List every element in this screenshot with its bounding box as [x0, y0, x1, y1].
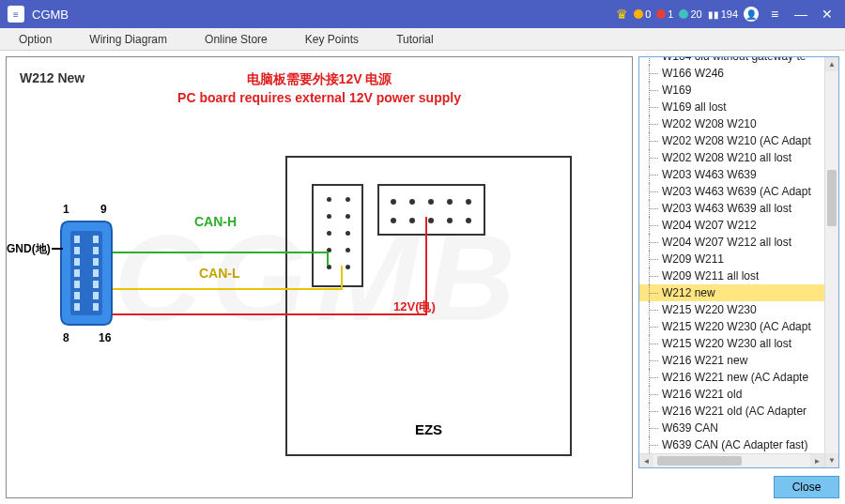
tree-item[interactable]: W215 W220 W230 (AC Adapt: [639, 318, 824, 335]
svg-rect-12: [93, 292, 99, 299]
svg-rect-9: [74, 281, 80, 288]
model-tree: W164 old without gateway teW166 W246W169…: [638, 56, 839, 468]
tree-item[interactable]: W212 new: [639, 284, 824, 301]
horizontal-scrollbar[interactable]: ◄ ►: [639, 453, 824, 467]
tree-item[interactable]: W166 W246: [639, 65, 824, 82]
tree-item[interactable]: W639 CAN (AC Adapter fast): [639, 436, 824, 453]
tree-item[interactable]: W169: [639, 82, 824, 99]
tree-item[interactable]: W216 W221 new: [639, 352, 824, 369]
stat-teal: 20: [679, 8, 701, 20]
menu-key-points[interactable]: Key Points: [305, 33, 359, 46]
svg-rect-4: [93, 247, 99, 254]
menu-icon[interactable]: ≡: [764, 4, 785, 24]
tree-item[interactable]: W639 CAN: [639, 420, 824, 436]
wire-canh: [113, 252, 329, 253]
menu-online-store[interactable]: Online Store: [205, 33, 268, 46]
user-icon[interactable]: 👤: [744, 7, 759, 22]
tree-item[interactable]: W209 W211: [639, 251, 824, 267]
connector-big: [377, 184, 485, 236]
svg-rect-10: [93, 281, 99, 288]
menu-option[interactable]: Option: [19, 33, 52, 46]
app-title: CGMB: [32, 8, 69, 22]
canh-label: CAN-H: [194, 214, 237, 229]
scroll-right-button[interactable]: ►: [810, 454, 824, 467]
svg-rect-5: [74, 258, 80, 266]
tree-item[interactable]: W203 W463 W639 all lost: [639, 200, 824, 217]
canl-label: CAN-L: [199, 266, 240, 281]
tree-item[interactable]: W216 W221 new (AC Adapte: [639, 369, 824, 386]
crown-icon[interactable]: ♛: [616, 7, 628, 22]
tree-item[interactable]: W202 W208 W210 (AC Adapt: [639, 132, 824, 149]
tree-item[interactable]: W202 W208 W210: [639, 115, 824, 132]
diagram-header: 电脑板需要外接12V 电源 PC board requires external…: [7, 70, 632, 107]
pin-9-label: 9: [100, 203, 107, 216]
tree-item[interactable]: W202 W208 W210 all lost: [639, 149, 824, 166]
tree-item[interactable]: W215 W220 W230: [639, 301, 824, 318]
tree-item[interactable]: W169 all lost: [639, 99, 824, 115]
tree-item[interactable]: W164 old without gateway te: [639, 56, 824, 65]
wire-12v: [113, 313, 427, 315]
v12-label: 12V(电): [393, 298, 436, 315]
svg-rect-1: [74, 236, 80, 243]
gnd-label: GND(地): [7, 241, 51, 257]
hscroll-thumb[interactable]: [657, 456, 742, 466]
minimize-button[interactable]: —: [791, 4, 811, 24]
vertical-scrollbar[interactable]: ▲ ▼: [824, 57, 838, 467]
connector-small: [312, 184, 363, 287]
close-button[interactable]: Close: [774, 476, 839, 498]
stat-red: 1: [656, 8, 673, 20]
svg-rect-2: [93, 236, 99, 243]
tree-item[interactable]: W203 W463 W639: [639, 166, 824, 183]
menu-bar: Option Wiring Diagram Online Store Key P…: [0, 28, 845, 51]
scroll-left-button[interactable]: ◄: [639, 454, 653, 467]
svg-rect-13: [74, 303, 80, 311]
svg-rect-8: [93, 269, 99, 277]
svg-rect-3: [74, 247, 80, 254]
title-bar: ≡ CGMB ♛ 0 1 20 ▮▮194 👤 ≡ — ✕: [0, 0, 845, 28]
pin-16-label: 16: [99, 331, 111, 344]
close-window-button[interactable]: ✕: [817, 4, 837, 24]
svg-rect-6: [93, 258, 99, 266]
tree-item[interactable]: W204 W207 W212 all lost: [639, 234, 824, 251]
tree-item[interactable]: W204 W207 W212: [639, 217, 824, 234]
svg-rect-7: [74, 269, 80, 277]
svg-rect-11: [74, 292, 80, 299]
app-icon: ≡: [8, 6, 24, 23]
scroll-up-button[interactable]: ▲: [825, 57, 838, 71]
stat-gray: ▮▮194: [708, 8, 738, 20]
menu-wiring-diagram[interactable]: Wiring Diagram: [89, 33, 167, 46]
wiring-diagram-canvas: CGMB W212 New 电脑板需要外接12V 电源 PC board req…: [6, 56, 633, 498]
tree-item[interactable]: W215 W220 W230 all lost: [639, 335, 824, 352]
gnd-wire-stub: [52, 248, 63, 250]
menu-tutorial[interactable]: Tutorial: [396, 33, 434, 46]
pin-8-label: 8: [63, 331, 69, 344]
scroll-thumb[interactable]: [827, 170, 837, 226]
tree-item[interactable]: W209 W211 all lost: [639, 267, 824, 284]
tree-item[interactable]: W216 W221 old (AC Adapter: [639, 403, 824, 420]
scroll-down-button[interactable]: ▼: [825, 453, 838, 467]
tree-item[interactable]: W203 W463 W639 (AC Adapt: [639, 183, 824, 200]
obd-connector-icon: [59, 217, 114, 329]
tree-item[interactable]: W216 W221 old: [639, 386, 824, 403]
svg-rect-14: [93, 303, 99, 311]
stat-yellow: 0: [634, 8, 651, 20]
wire-canl: [113, 288, 343, 290]
pin-1-label: 1: [63, 203, 69, 216]
